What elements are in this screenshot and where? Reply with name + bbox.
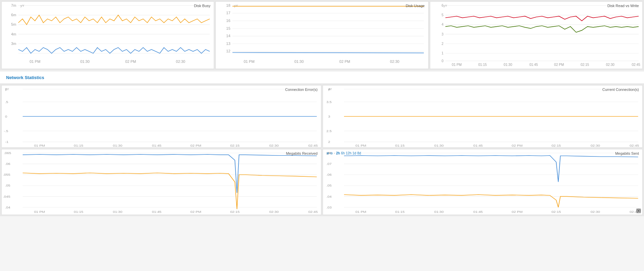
svg-text:14: 14 bbox=[226, 34, 230, 38]
top-charts-row: Disk Busy 7m 6m 5m 4m 3m 01 PM 01:30 02 … bbox=[0, 0, 644, 70]
disk-busy-title: Disk Busy bbox=[194, 4, 210, 8]
svg-text:3.5: 3.5 bbox=[326, 100, 332, 103]
time-8d-button[interactable]: 8d bbox=[357, 151, 361, 155]
svg-text:02:30: 02:30 bbox=[591, 144, 600, 147]
svg-text:.045: .045 bbox=[3, 195, 10, 198]
time-2h-button[interactable]: 2h bbox=[336, 151, 340, 155]
disk-usage-panel: Disk Usage 18 17 16 15 14 13 12 yY 01 PM… bbox=[215, 1, 428, 69]
svg-text:2: 2 bbox=[328, 140, 330, 144]
disk-busy-svg: 7m 6m 5m 4m 3m 01 PM 01:30 02 PM 02:30 y… bbox=[2, 2, 214, 69]
svg-text:02:15: 02:15 bbox=[230, 144, 239, 147]
svg-text:12: 12 bbox=[226, 49, 230, 53]
svg-text:.07: .07 bbox=[326, 162, 332, 166]
toolbar-separator: • bbox=[334, 151, 335, 155]
time-12h-button[interactable]: 12h bbox=[346, 151, 351, 155]
svg-text:02 PM: 02 PM bbox=[512, 210, 523, 213]
svg-text:01:15: 01:15 bbox=[478, 63, 487, 67]
zoom-out-button[interactable]: ⊖ bbox=[330, 151, 333, 155]
zoom-in-button[interactable]: ⊕ bbox=[326, 151, 329, 155]
svg-text:.06: .06 bbox=[326, 173, 332, 176]
svg-text:15: 15 bbox=[226, 26, 230, 30]
bottom-charts-area: Connection Error(s) 1 .5 0 -.5 -1 yY 01 … bbox=[0, 84, 644, 216]
svg-text:Q: Q bbox=[637, 209, 640, 213]
svg-text:02:15: 02:15 bbox=[580, 63, 589, 67]
svg-text:01:45: 01:45 bbox=[473, 210, 483, 213]
svg-text:01:30: 01:30 bbox=[294, 59, 304, 63]
svg-text:.06: .06 bbox=[5, 162, 10, 166]
connection-errors-panel: Connection Error(s) 1 .5 0 -.5 -1 yY 01 … bbox=[1, 85, 321, 148]
svg-text:02:45: 02:45 bbox=[308, 210, 318, 213]
svg-text:02:30: 02:30 bbox=[269, 210, 279, 213]
dashboard: Disk Busy 7m 6m 5m 4m 3m 01 PM 01:30 02 … bbox=[0, 0, 644, 216]
svg-text:01:15: 01:15 bbox=[395, 144, 405, 147]
svg-text:13: 13 bbox=[226, 42, 230, 45]
svg-text:17: 17 bbox=[226, 11, 230, 15]
svg-text:01 PM: 01 PM bbox=[34, 144, 45, 147]
svg-text:5m: 5m bbox=[11, 23, 17, 26]
svg-text:01:15: 01:15 bbox=[74, 144, 83, 147]
svg-text:02:30: 02:30 bbox=[591, 210, 600, 213]
svg-text:1: 1 bbox=[441, 51, 443, 55]
current-connections-svg: 4 3.5 3 2.5 2 yY 01 PM 01:15 01:30 01:45… bbox=[323, 85, 642, 147]
disk-read-write-title: Disk Read vs Write bbox=[607, 4, 639, 8]
network-statistics-section: Network Statistics bbox=[0, 72, 644, 84]
svg-text:02 PM: 02 PM bbox=[512, 144, 523, 147]
svg-text:yY: yY bbox=[234, 4, 238, 7]
connection-errors-title: Connection Error(s) bbox=[285, 88, 318, 92]
svg-text:3: 3 bbox=[441, 32, 443, 36]
scroll-indicator[interactable]: Q bbox=[636, 208, 641, 213]
current-connections-panel: Current Connection(s) 4 3.5 3 2.5 2 yY 0… bbox=[323, 85, 643, 148]
disk-read-write-svg: 6 yY 5 4 3 2 1 0 01 PM 01:15 01:30 01:45… bbox=[430, 2, 642, 69]
svg-text:.05: .05 bbox=[326, 184, 332, 187]
svg-text:18: 18 bbox=[226, 3, 230, 7]
disk-usage-svg: 18 17 16 15 14 13 12 yY 01 PM 01:30 02 P… bbox=[216, 2, 428, 69]
svg-text:02:30: 02:30 bbox=[390, 59, 399, 63]
svg-text:01 PM: 01 PM bbox=[355, 210, 366, 213]
svg-text:.04: .04 bbox=[5, 205, 10, 209]
megabits-sent-panel: ⊕ ⊖ • 2h 6h 12h 1d 8d Megabits Sent bbox=[323, 149, 643, 215]
bottom-left-col: Connection Error(s) 1 .5 0 -.5 -1 yY 01 … bbox=[1, 85, 321, 215]
svg-text:3: 3 bbox=[328, 115, 330, 118]
megabits-received-panel: Megabits Received .065 .06 .055 .05 .045… bbox=[1, 149, 321, 215]
megabits-sent-title: Megabits Sent bbox=[615, 151, 639, 155]
network-statistics-title: Network Statistics bbox=[6, 75, 638, 80]
svg-text:02 PM: 02 PM bbox=[190, 210, 201, 213]
time-1d-button[interactable]: 1d bbox=[352, 151, 356, 155]
svg-text:01:15: 01:15 bbox=[395, 210, 405, 213]
svg-text:02:30: 02:30 bbox=[176, 59, 185, 63]
svg-text:02 PM: 02 PM bbox=[125, 59, 136, 63]
svg-text:6m: 6m bbox=[11, 13, 17, 17]
svg-text:02:45: 02:45 bbox=[631, 63, 640, 67]
svg-text:2: 2 bbox=[441, 42, 443, 46]
svg-text:0: 0 bbox=[5, 115, 7, 118]
svg-text:01 PM: 01 PM bbox=[29, 59, 40, 63]
disk-usage-title: Disk Usage bbox=[406, 4, 424, 8]
svg-text:4: 4 bbox=[441, 23, 443, 26]
svg-text:7m: 7m bbox=[11, 3, 17, 7]
time-6h-button[interactable]: 6h bbox=[341, 151, 345, 155]
svg-text:4m: 4m bbox=[11, 32, 17, 36]
svg-text:02 PM: 02 PM bbox=[554, 63, 564, 67]
svg-text:01:30: 01:30 bbox=[434, 144, 444, 147]
megabits-received-svg: .065 .06 .055 .05 .045 .04 01 PM 01:15 0… bbox=[2, 149, 321, 215]
current-connections-title: Current Connection(s) bbox=[602, 88, 639, 92]
megabits-received-title: Megabits Received bbox=[286, 151, 318, 155]
svg-text:01:45: 01:45 bbox=[152, 210, 161, 213]
disk-busy-panel: Disk Busy 7m 6m 5m 4m 3m 01 PM 01:30 02 … bbox=[1, 1, 214, 69]
svg-text:02:15: 02:15 bbox=[230, 210, 239, 213]
svg-text:01:45: 01:45 bbox=[473, 144, 483, 147]
svg-text:5: 5 bbox=[441, 13, 443, 17]
svg-text:.065: .065 bbox=[4, 151, 11, 155]
svg-text:2.5: 2.5 bbox=[326, 129, 332, 132]
svg-line-36 bbox=[233, 52, 424, 53]
svg-text:02 PM: 02 PM bbox=[190, 144, 201, 147]
svg-text:yY: yY bbox=[20, 4, 24, 7]
svg-text:-.5: -.5 bbox=[4, 129, 8, 132]
svg-text:yY: yY bbox=[443, 4, 447, 7]
svg-text:01:45: 01:45 bbox=[152, 144, 161, 147]
svg-text:01 PM: 01 PM bbox=[244, 59, 255, 63]
svg-text:01:45: 01:45 bbox=[529, 63, 538, 67]
svg-text:3m: 3m bbox=[11, 42, 17, 45]
svg-text:02:30: 02:30 bbox=[269, 144, 279, 147]
svg-text:02:15: 02:15 bbox=[551, 144, 561, 147]
